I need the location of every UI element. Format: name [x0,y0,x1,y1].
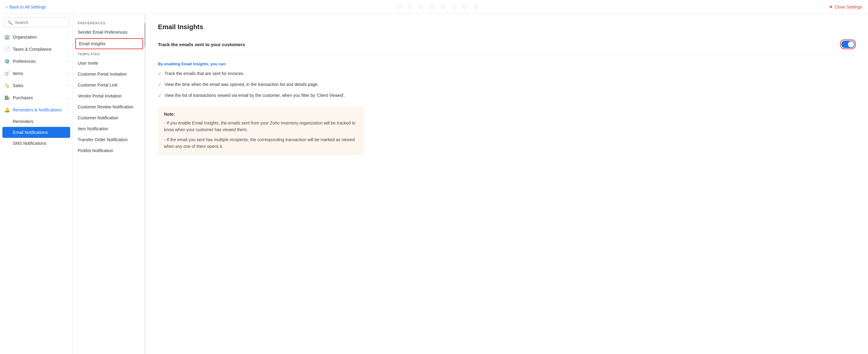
right-content: Email Insights Track the emails sent to … [146,14,868,354]
sidebar-item-taxes[interactable]: 📄 Taxes & Compliance › [0,43,72,55]
middle-scroll-thumb[interactable] [144,23,146,47]
menu-item-vendor-portal-invitation[interactable]: Vendor Portal Invitation [73,91,146,101]
sales-icon: 🏷️ [4,83,10,88]
organization-icon: 🏢 [4,34,10,40]
items-chevron-icon: › [67,72,68,75]
back-label: Back to All Settings [9,5,46,9]
vendor-portal-invitation-label: Vendor Portal Invitation [78,94,122,98]
benefit-item-2: ✓ View the time when the email was opene… [158,82,856,88]
sidebar-subitem-sms-notifications[interactable]: SMS Notifications [0,138,72,149]
organization-chevron-icon: › [67,35,68,39]
check-icon-1: ✓ [158,71,162,77]
customer-portal-invitation-label: Customer Portal Invitation [78,72,127,76]
preferences-chevron-icon: › [67,60,68,63]
top-bar: ‹ Back to All Settings ⚙ ⚙ ⚙ ⚙ ⚙ ⚙ ⚙ ⚙ ✕… [0,0,868,14]
menu-item-customer-notification[interactable]: Customer Notification [73,112,146,123]
sidebar-item-organization[interactable]: 🏢 Organization › [0,31,72,43]
sms-notifications-label: SMS Notifications [13,141,46,146]
taxes-label: Taxes & Compliance [13,47,52,52]
benefit-text-1: Track the emails that are sent for invoi… [165,70,244,77]
close-settings-button[interactable]: ✕ Close Settings [829,5,862,9]
menu-item-email-insights[interactable]: Email Insights [75,38,143,49]
sidebar-item-preferences[interactable]: ⚙️ Preferences › [0,55,72,67]
search-icon: 🔍 [8,20,12,25]
templates-section-label: TEMPLATES [73,50,146,58]
content-title: Email Insights [158,23,856,31]
sidebar-subitem-email-notifications[interactable]: Email Notifications [2,127,70,138]
taxes-chevron-icon: › [67,47,68,51]
gear-deco-3: ⚙ [418,3,424,11]
sidebar-item-items[interactable]: 🛒 Items › [0,67,72,79]
customer-review-notification-label: Customer Review Notification [78,104,134,109]
menu-item-customer-review-notification[interactable]: Customer Review Notification [73,101,146,112]
note-title: Note: [164,112,359,117]
note-text: - If you enable Email Insights, the emai… [164,120,359,150]
reminders-chevron-icon: ˅ [66,108,68,112]
user-invite-label: User Invite [78,61,98,66]
organization-label: Organization [13,35,37,39]
search-input[interactable] [15,20,65,25]
benefit-item-1: ✓ Track the emails that are sent for inv… [158,70,856,77]
email-insights-label: Email Insights [79,41,105,46]
check-icon-3: ✓ [158,93,162,99]
items-icon: 🛒 [4,71,10,76]
picklist-notification-label: Picklist Notification [78,148,113,153]
preferences-section-label: PREFERENCES [73,19,146,27]
purchases-chevron-icon: › [67,96,68,100]
menu-item-sender-email-prefs[interactable]: Sender Email Preferences [73,27,146,38]
gear-deco-6: ⚙ [451,3,457,11]
menu-item-transfer-order-notification[interactable]: Transfer Order Notification [73,134,146,145]
email-notifications-label: Email Notifications [13,130,48,135]
reminders-label: Reminders & Notifications [13,107,62,112]
menu-item-customer-portal-link[interactable]: Customer Portal Link [73,79,146,91]
track-emails-label: Track the emails sent to your customers [158,42,245,47]
purchases-icon: 🛍️ [4,95,10,100]
sales-label: Sales [13,83,23,88]
search-box[interactable]: 🔍 [4,18,69,27]
email-insights-toggle[interactable] [841,41,855,48]
nav-items: 🏢 Organization › 📄 Taxes & Compliance › … [0,31,72,354]
gear-deco-4: ⚙ [429,3,435,11]
back-chevron-icon: ‹ [6,4,8,10]
toggle-knob [848,41,854,47]
benefit-text-2: View the time when the email was opened,… [165,82,318,88]
benefits-heading: By enabling Email Insights, you can: [158,62,856,66]
sidebar-subitem-reminders[interactable]: Reminders [0,116,72,127]
left-sidebar: 🔍 🏢 Organization › 📄 Taxes & Compliance … [0,14,73,354]
taxes-icon: 📄 [4,46,10,52]
close-x-icon: ✕ [829,5,833,9]
sales-chevron-icon: › [67,84,68,88]
customer-notification-label: Customer Notification [78,116,119,120]
sidebar-item-reminders[interactable]: 🔔 Reminders & Notifications ˅ [0,104,72,116]
toggle-wrapper [840,39,856,49]
gear-deco-2: ⚙ [407,3,413,11]
purchases-label: Purchases [13,95,33,100]
sender-email-prefs-label: Sender Email Preferences [78,30,127,35]
reminders-icon: 🔔 [4,107,10,112]
back-to-settings-link[interactable]: ‹ Back to All Settings [6,4,46,10]
gear-deco-5: ⚙ [440,3,446,11]
note-line-2: - If the email you sent has multiple rec… [164,136,359,150]
decorative-gears: ⚙ ⚙ ⚙ ⚙ ⚙ ⚙ ⚙ ⚙ [396,3,478,11]
benefit-item-3: ✓ View the list of transactions viewed v… [158,92,856,99]
items-label: Items [13,71,23,76]
note-line-1: - If you enable Email Insights, the emai… [164,120,359,133]
track-emails-row: Track the emails sent to your customers [158,39,856,56]
preferences-label: Preferences [13,59,35,64]
sidebar-item-purchases[interactable]: 🛍️ Purchases › [0,92,72,104]
gear-deco-1: ⚙ [396,3,402,11]
gear-deco-7: ⚙ [462,3,468,11]
middle-column: PREFERENCES Sender Email Preferences Ema… [73,14,146,354]
menu-item-user-invite[interactable]: User Invite [73,58,146,69]
note-box: Note: - If you enable Email Insights, th… [158,106,365,156]
transfer-order-notification-label: Transfer Order Notification [78,137,128,142]
menu-item-item-notification[interactable]: Item Notification [73,123,146,134]
reminders-sub-label: Reminders [13,119,33,124]
menu-item-customer-portal-invitation[interactable]: Customer Portal Invitation [73,69,146,79]
customer-portal-link-label: Customer Portal Link [78,83,118,88]
menu-item-picklist-notification[interactable]: Picklist Notification [73,145,146,156]
middle-scroll-track [144,14,146,354]
sidebar-item-sales[interactable]: 🏷️ Sales › [0,79,72,92]
gear-deco-8: ⚙ [472,3,478,11]
item-notification-label: Item Notification [78,126,108,131]
